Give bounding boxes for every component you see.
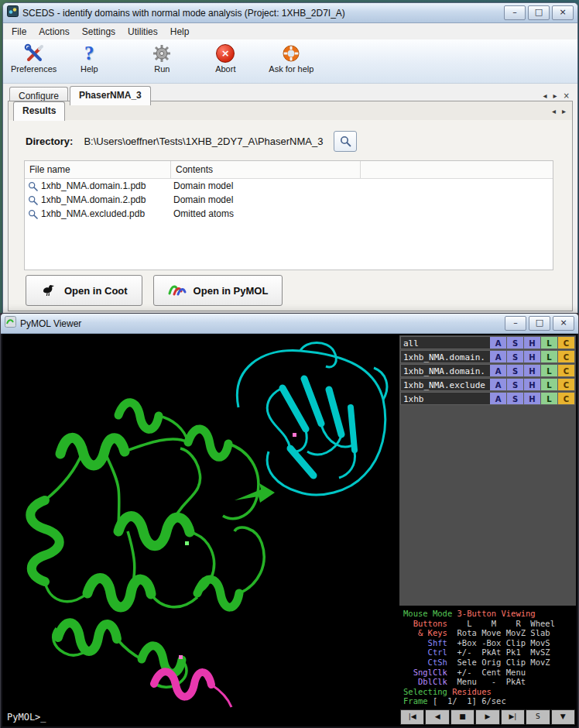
sceds-window: SCEDS - identify domains with normal mod… <box>2 2 578 314</box>
preferences-label: Preferences <box>11 64 57 74</box>
search-icon[interactable] <box>28 181 38 191</box>
hide-button[interactable]: H <box>524 336 541 349</box>
play-button[interactable]: ▶ <box>475 709 499 725</box>
panel-spacer <box>399 405 576 606</box>
sceds-menubar: File Actions Settings Utilities Help <box>3 23 577 39</box>
color-button[interactable]: C <box>558 350 575 363</box>
label-button[interactable]: L <box>541 336 558 349</box>
color-button[interactable]: C <box>558 392 575 405</box>
label-button[interactable]: L <box>541 350 558 363</box>
file-name: 1xhb_NMA.excluded.pdb <box>41 207 145 221</box>
label-button[interactable]: L <box>541 364 558 377</box>
open-in-coot-button[interactable]: Open in Coot <box>26 275 142 306</box>
abort-label: Abort <box>215 64 235 74</box>
directory-row: Directory: B:\Users\oeffner\Tests\1XHB_2… <box>26 131 357 152</box>
menu-settings[interactable]: Settings <box>76 25 122 39</box>
results-prev-icon[interactable]: ◂ <box>550 107 557 115</box>
stop-button[interactable]: ■ <box>451 709 475 725</box>
search-icon[interactable] <box>28 195 38 205</box>
label-button[interactable]: L <box>541 378 558 391</box>
column-file-name: File name <box>25 161 171 178</box>
pymol-command-prompt[interactable]: PyMOL>_ <box>7 712 46 723</box>
open-in-coot-label: Open in Coot <box>64 285 128 297</box>
tab-next-icon[interactable]: ▸ <box>552 91 559 100</box>
tab-phasernma-3[interactable]: PhaserNMA_3 <box>70 86 151 105</box>
object-row: 1xhb_NMA.exclude A S H L C <box>400 378 575 391</box>
tools-icon <box>24 43 44 64</box>
results-next-icon[interactable]: ▸ <box>560 107 567 115</box>
action-button[interactable]: A <box>490 364 507 377</box>
object-name[interactable]: 1xhb <box>400 392 490 405</box>
open-in-pymol-label: Open in PyMOL <box>194 285 269 297</box>
show-button[interactable]: S <box>507 378 524 391</box>
selecting-mode[interactable]: Selecting Residues <box>403 687 574 697</box>
close-button[interactable]: × <box>552 5 574 20</box>
scene-button[interactable]: S <box>526 709 550 725</box>
color-button[interactable]: C <box>558 336 575 349</box>
abort-button[interactable]: Abort <box>208 43 242 74</box>
minimize-button[interactable]: – <box>504 5 526 20</box>
ask-for-help-label: Ask for help <box>269 64 313 74</box>
object-row: 1xhb_NMA.domain. A S H L C <box>400 350 575 363</box>
object-name[interactable]: 1xhb_NMA.exclude <box>400 378 490 391</box>
column-contents: Contents <box>171 161 361 178</box>
menu-actions[interactable]: Actions <box>33 25 75 39</box>
action-buttons-row: Open in Coot Open in PyMOL <box>26 275 283 306</box>
hide-button[interactable]: H <box>524 364 541 377</box>
tab-results[interactable]: Results <box>13 101 65 121</box>
mouse-mode-panel[interactable]: Mouse Mode 3-Button Viewing Buttons L M … <box>399 606 576 709</box>
close-button[interactable]: × <box>553 316 574 331</box>
table-row[interactable]: 1xhb_NMA.excluded.pdb Omitted atoms <box>25 207 553 221</box>
rewind-start-button[interactable]: |◀ <box>400 709 424 725</box>
open-in-pymol-button[interactable]: Open in PyMOL <box>153 275 283 306</box>
menu-dropdown-button[interactable]: ▼ <box>551 709 575 725</box>
show-button[interactable]: S <box>507 336 524 349</box>
minimize-button[interactable]: – <box>505 316 526 331</box>
hide-button[interactable]: H <box>524 350 541 363</box>
sceds-titlebar[interactable]: SCEDS - identify domains with normal mod… <box>3 3 577 23</box>
object-name[interactable]: all <box>400 336 490 349</box>
run-label: Run <box>154 64 170 74</box>
show-button[interactable]: S <box>507 350 524 363</box>
action-button[interactable]: A <box>490 350 507 363</box>
results-tab-nav: ◂ ▸ <box>550 107 567 120</box>
search-icon[interactable] <box>28 209 38 219</box>
browse-directory-button[interactable] <box>334 131 357 152</box>
preferences-button[interactable]: Preferences <box>11 43 57 74</box>
run-button[interactable]: Run <box>145 43 179 74</box>
action-button[interactable]: A <box>490 336 507 349</box>
table-row[interactable]: 1xhb_NMA.domain.1.pdb Domain model <box>25 179 553 193</box>
object-row: 1xhb_NMA.domain. A S H L C <box>400 364 575 377</box>
pymol-3d-viewport[interactable] <box>2 334 403 726</box>
show-button[interactable]: S <box>507 392 524 405</box>
step-back-button[interactable]: ◀ <box>425 709 449 725</box>
help-button[interactable]: ? Help <box>72 43 106 74</box>
menu-help[interactable]: Help <box>164 25 196 39</box>
maximize-button[interactable]: □ <box>529 316 550 331</box>
ask-for-help-button[interactable]: Ask for help <box>269 43 313 74</box>
show-button[interactable]: S <box>507 364 524 377</box>
forward-end-button[interactable]: ▶| <box>501 709 525 725</box>
tab-prev-icon[interactable]: ◂ <box>542 91 549 100</box>
object-name[interactable]: 1xhb_NMA.domain. <box>400 364 490 377</box>
table-row[interactable]: 1xhb_NMA.domain.2.pdb Domain model <box>25 193 553 207</box>
lifering-icon <box>282 43 300 64</box>
hide-button[interactable]: H <box>524 392 541 405</box>
object-row: 1xhb A S H L C <box>400 392 575 405</box>
file-table-header: File name Contents <box>25 161 553 179</box>
playback-controls: |◀ ◀ ■ ▶ ▶| S ▼ <box>399 709 576 726</box>
color-button[interactable]: C <box>558 378 575 391</box>
maximize-button[interactable]: □ <box>528 5 550 20</box>
hide-button[interactable]: H <box>524 378 541 391</box>
label-button[interactable]: L <box>541 392 558 405</box>
pymol-window: PyMOL Viewer – □ × <box>0 313 579 728</box>
color-button[interactable]: C <box>558 364 575 377</box>
object-name[interactable]: 1xhb_NMA.domain. <box>400 350 490 363</box>
tab-close-icon[interactable]: × <box>562 91 571 100</box>
pymol-body: all A S H L C 1xhb_NMA.domain. A S H L C… <box>2 334 577 726</box>
menu-utilities[interactable]: Utilities <box>122 25 164 39</box>
menu-file[interactable]: File <box>5 25 33 39</box>
pymol-titlebar[interactable]: PyMOL Viewer – □ × <box>1 314 578 334</box>
action-button[interactable]: A <box>490 378 507 391</box>
action-button[interactable]: A <box>490 392 507 405</box>
